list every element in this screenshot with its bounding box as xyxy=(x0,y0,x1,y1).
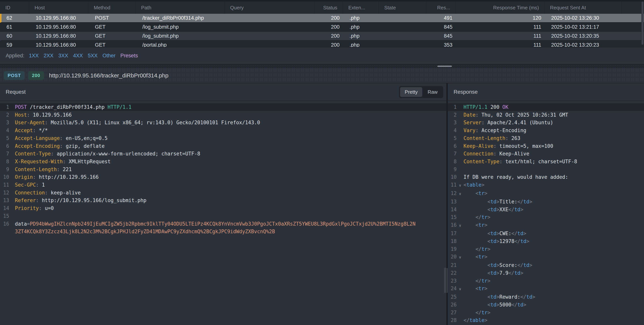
status-filter-4xx[interactable]: 4XX xyxy=(73,53,83,59)
fold-toggle-icon[interactable]: ∨ xyxy=(457,181,464,189)
column-header-state[interactable]: State xyxy=(379,2,426,14)
line-content: <td>XXE</td> xyxy=(464,206,644,214)
line-number: 19 xyxy=(448,245,457,253)
fold-gutter xyxy=(457,261,464,269)
table-row-61[interactable]: 6110.129.95.166:80GET/log_submit.php200.… xyxy=(0,23,644,32)
status-filter-2xx[interactable]: 2XX xyxy=(44,53,54,59)
code-line: 7Content-Type: application/x-www-form-ur… xyxy=(0,150,446,158)
fold-toggle-icon[interactable]: ∨ xyxy=(457,285,464,293)
fold-toggle-icon[interactable]: ∨ xyxy=(457,189,464,198)
code-line: 16∨ <tr> xyxy=(448,221,644,230)
code-line: 18 <td>12978</td> xyxy=(448,237,644,245)
line-number: 24 xyxy=(448,285,457,293)
fold-gutter xyxy=(9,212,15,220)
column-header-exten[interactable]: Exten... xyxy=(343,2,379,14)
code-line: 15 </tr> xyxy=(448,213,644,221)
status-filter-3xx[interactable]: 3XX xyxy=(58,53,68,59)
column-header-res[interactable]: Res... xyxy=(426,2,456,14)
line-content: <td>5000</td> xyxy=(464,301,644,309)
fold-gutter xyxy=(457,127,464,134)
cell-method: GET xyxy=(90,33,137,39)
filter-bar: Applied: 1XX2XX3XX4XX5XXOther Presets xyxy=(0,47,644,64)
status-filter-5xx[interactable]: 5XX xyxy=(88,53,98,59)
code-line: 27 </tr> xyxy=(448,309,644,316)
line-content: <td>CWE:</td> xyxy=(464,230,644,237)
cell-res: 845 xyxy=(428,33,458,39)
fold-gutter xyxy=(457,213,464,221)
code-line: 25 <td>Reward:</td> xyxy=(448,293,644,301)
code-line: 8X-Requested-With: XMLHttpRequest xyxy=(0,158,446,166)
table-top-strip xyxy=(0,0,644,2)
response-editor[interactable]: 1HTTP/1.1 200 OK2Date: Thu, 02 Oct 2025 … xyxy=(448,101,644,325)
panes-divider[interactable] xyxy=(446,83,448,325)
response-pane-header: Response xyxy=(448,83,644,101)
code-line: 6Keep-Alive: timeout=5, max=100 xyxy=(448,142,644,150)
requests-table-body: 6210.129.95.166:80POST/tracker_diRbPr00f… xyxy=(0,14,644,47)
splitter-handle[interactable] xyxy=(437,66,452,67)
cell-status: 200 xyxy=(316,33,344,39)
code-line: 9Content-Length: 221 xyxy=(0,166,446,173)
fold-toggle-icon[interactable]: ∨ xyxy=(457,221,464,230)
table-scrollbar-thumb[interactable] xyxy=(642,2,644,45)
fold-gutter xyxy=(457,142,464,150)
cell-host: 10.129.95.166:80 xyxy=(31,24,90,30)
column-header-request-sent-at[interactable]: Request Sent At xyxy=(545,2,622,14)
panes-divider-handle[interactable] xyxy=(447,268,448,293)
line-content: <td>Reward:</td> xyxy=(464,293,644,301)
line-content: Origin: http://10.129.95.166 xyxy=(15,173,418,181)
code-line: 16data=PD94bWwgIHZlcnNpb249IjEuMCIgZW5jb… xyxy=(0,220,446,235)
line-number: 13 xyxy=(0,197,9,204)
line-number: 15 xyxy=(448,213,457,221)
cell-id: 60 xyxy=(2,33,31,39)
code-line: 1POST /tracker_diRbPr00f314.php HTTP/1.1 xyxy=(0,103,446,111)
code-line: 23 </tr> xyxy=(448,277,644,285)
status-filter-other[interactable]: Other xyxy=(102,53,116,59)
cell-path: /portal.php xyxy=(137,42,226,47)
fold-gutter xyxy=(457,166,464,173)
request-pane-header: Request Pretty Raw xyxy=(0,83,446,101)
column-header-status[interactable]: Status xyxy=(314,2,343,14)
column-header-response-time-ms[interactable]: Response Time (ms) xyxy=(456,2,545,14)
line-number: 14 xyxy=(0,204,9,212)
horizontal-splitter[interactable] xyxy=(0,64,644,68)
request-editor[interactable]: 1POST /tracker_diRbPr00f314.php HTTP/1.1… xyxy=(0,101,446,325)
column-header-id[interactable]: ID xyxy=(0,2,29,14)
column-header-path[interactable]: Path xyxy=(136,2,225,14)
fold-gutter xyxy=(9,189,15,197)
request-pane-scrollbar-thumb[interactable] xyxy=(444,268,446,293)
column-header-query[interactable]: Query xyxy=(225,2,314,14)
table-scrollbar[interactable] xyxy=(641,2,644,46)
column-header-method[interactable]: Method xyxy=(88,2,136,14)
request-response-panes: Request Pretty Raw 1POST /tracker_diRbPr… xyxy=(0,83,644,325)
cell-request-sent-at: 2025-10-02 13:20:35 xyxy=(546,33,623,39)
line-number: 22 xyxy=(448,269,457,277)
status-filter-1xx[interactable]: 1XX xyxy=(29,53,39,59)
line-number: 3 xyxy=(448,119,457,127)
table-row-60[interactable]: 6010.129.95.166:80GET/log_submit.php200.… xyxy=(0,32,644,41)
presets-link[interactable]: Presets xyxy=(120,53,138,59)
line-number: 23 xyxy=(448,277,457,285)
table-row-59[interactable]: 5910.129.95.166:80GET/portal.php200.php3… xyxy=(0,41,644,47)
line-content: HTTP/1.1 200 OK xyxy=(464,103,644,111)
toggle-option-pretty[interactable]: Pretty xyxy=(400,87,422,97)
code-line: 9 xyxy=(448,166,644,173)
fold-gutter xyxy=(457,150,464,158)
cell-path: /tracker_diRbPr00f314.php xyxy=(137,15,226,21)
requests-table: IDHostMethodPathQueryStatusExten...State… xyxy=(0,0,644,47)
toggle-option-raw[interactable]: Raw xyxy=(423,87,442,97)
fold-gutter xyxy=(457,173,464,181)
line-content: <tr> xyxy=(464,285,644,293)
fold-gutter xyxy=(457,316,464,324)
requests-table-header: IDHostMethodPathQueryStatusExten...State… xyxy=(0,2,644,14)
fold-gutter xyxy=(9,197,15,204)
line-content: User-Agent: Mozilla/5.0 (X11; Linux x86_… xyxy=(15,119,418,127)
cell-exten: .php xyxy=(344,33,380,39)
code-line: 14 <td>XXE</td> xyxy=(448,206,644,214)
line-number: 3 xyxy=(0,119,9,127)
column-header-host[interactable]: Host xyxy=(29,2,88,14)
cell-exten: .php xyxy=(344,15,380,21)
fold-toggle-icon[interactable]: ∨ xyxy=(457,253,464,261)
table-row-62[interactable]: 6210.129.95.166:80POST/tracker_diRbPr00f… xyxy=(0,14,644,23)
line-number: 6 xyxy=(448,142,457,150)
fold-gutter xyxy=(457,277,464,285)
